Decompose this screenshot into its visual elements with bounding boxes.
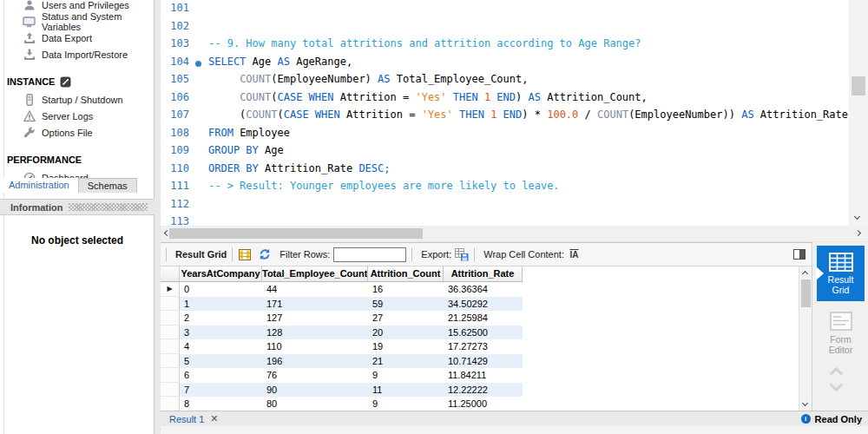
cell[interactable]: 27 bbox=[368, 311, 444, 326]
scroll-right-icon[interactable] bbox=[855, 230, 861, 236]
grid-vertical-scrollbar[interactable] bbox=[799, 266, 812, 411]
sidebar-item-label: Users and Privileges bbox=[42, 0, 129, 10]
editor-horizontal-scrollbar[interactable] bbox=[161, 226, 868, 241]
grid-columns-icon[interactable] bbox=[238, 248, 251, 261]
code-line-110[interactable]: 110ORDER BY Attrition_Rate DESC; bbox=[161, 161, 849, 179]
result-side-panel: Result Grid Form Editor bbox=[812, 242, 868, 411]
cell[interactable]: 11.25000 bbox=[444, 397, 523, 411]
editor-vertical-scrollbar[interactable] bbox=[849, 0, 868, 226]
column-header-total-employee-count[interactable]: Total_Employee_Count bbox=[262, 266, 368, 282]
cell[interactable]: 128 bbox=[262, 326, 368, 340]
column-header-attrition-rate[interactable]: Attrition_Rate bbox=[444, 266, 523, 282]
code-line-111[interactable]: 111-- > Result: Younger employees are mo… bbox=[161, 178, 849, 196]
cell[interactable]: 17.27273 bbox=[444, 339, 523, 354]
cell[interactable]: 36.36364 bbox=[444, 282, 523, 297]
cell[interactable]: 8 bbox=[180, 397, 262, 411]
code-line-105[interactable]: 105 COUNT(EmployeeNumber) AS Total_Emplo… bbox=[161, 71, 849, 89]
cell[interactable]: 4 bbox=[180, 339, 262, 354]
row-selector[interactable] bbox=[161, 326, 180, 340]
cell[interactable]: 3 bbox=[180, 326, 262, 340]
cell[interactable]: 21.25984 bbox=[444, 311, 523, 326]
cell[interactable]: 127 bbox=[262, 311, 368, 326]
sidebar-item-options-file[interactable]: Options File bbox=[0, 124, 155, 141]
cell[interactable]: 110 bbox=[262, 339, 368, 354]
cell[interactable]: 80 bbox=[262, 397, 368, 411]
row-selector[interactable] bbox=[161, 368, 180, 383]
export-recordset-icon[interactable] bbox=[455, 248, 469, 261]
code-line-107[interactable]: 107 (COUNT(CASE WHEN Attrition = 'Yes' T… bbox=[161, 107, 849, 125]
result-tab[interactable]: Result 1 bbox=[169, 414, 204, 424]
tab-administration[interactable]: Administration bbox=[0, 178, 78, 193]
row-selector[interactable] bbox=[161, 311, 180, 326]
scroll-down-icon[interactable] bbox=[802, 400, 808, 406]
cell[interactable]: 59 bbox=[368, 297, 444, 312]
form-editor-view-button[interactable]: Form Editor bbox=[817, 308, 865, 358]
panel-collapse-chevrons[interactable] bbox=[832, 369, 841, 390]
column-header-attrition-count[interactable]: Attrition_Count bbox=[368, 266, 444, 282]
cell[interactable]: 0 bbox=[180, 282, 262, 297]
line-number: 105 bbox=[161, 73, 189, 85]
sidebar-item-data-import-restore[interactable]: Data Import/Restore bbox=[0, 46, 155, 62]
code-line-101[interactable]: 101 bbox=[161, 0, 849, 18]
code-line-106[interactable]: 106 COUNT(CASE WHEN Attrition = 'Yes' TH… bbox=[161, 89, 849, 108]
cell[interactable]: 12.22222 bbox=[444, 383, 523, 398]
cell[interactable]: 11 bbox=[368, 383, 444, 398]
cell[interactable]: 34.50292 bbox=[444, 297, 523, 312]
code-line-108[interactable]: 108FROM Employee bbox=[161, 125, 849, 143]
sidebar-item-server-logs[interactable]: Server Logs bbox=[0, 108, 155, 124]
cell[interactable]: 9 bbox=[368, 368, 444, 383]
cell[interactable]: 76 bbox=[262, 368, 368, 383]
mysql-workbench-window: Users and PrivilegesStatus and System Va… bbox=[0, 0, 868, 434]
cell[interactable]: 2 bbox=[180, 311, 262, 326]
code-line-109[interactable]: 109GROUP BY Age bbox=[161, 142, 849, 161]
code-line-113[interactable]: 113 bbox=[161, 214, 849, 226]
editor-hscroll-thumb[interactable] bbox=[169, 228, 423, 239]
cell[interactable]: 90 bbox=[262, 383, 368, 398]
row-selector[interactable] bbox=[161, 397, 180, 411]
cell[interactable]: 196 bbox=[262, 354, 368, 369]
cell[interactable]: 9 bbox=[368, 397, 444, 411]
row-selector[interactable] bbox=[161, 354, 180, 369]
code-line-102[interactable]: 102 bbox=[161, 18, 849, 36]
toggle-sidebar-icon[interactable] bbox=[793, 248, 806, 261]
cell[interactable]: 15.62500 bbox=[444, 326, 523, 340]
sidebar-item-data-export[interactable]: Data Export bbox=[0, 30, 155, 46]
row-selector[interactable]: ▶ bbox=[161, 282, 180, 297]
wrap-cell-content-icon[interactable]: IA bbox=[568, 248, 581, 261]
chevron-down-icon[interactable] bbox=[830, 378, 844, 392]
row-selector[interactable] bbox=[161, 339, 180, 354]
sidebar-item-startup-shutdown[interactable]: Startup / Shutdown bbox=[0, 91, 155, 108]
row-selector[interactable] bbox=[161, 297, 180, 312]
row-selector[interactable] bbox=[161, 383, 180, 398]
sidebar-item-status-and-system-variables[interactable]: Status and System Variables bbox=[0, 13, 155, 30]
scroll-down-icon[interactable] bbox=[854, 214, 860, 220]
sql-editor[interactable]: 101102103-- 9. How many total attritions… bbox=[161, 0, 849, 226]
refresh-icon[interactable] bbox=[258, 248, 271, 261]
table-row: 41101917.27273 bbox=[161, 339, 799, 354]
close-icon[interactable]: ✕ bbox=[210, 413, 218, 424]
result-grid-view-button[interactable]: Result Grid bbox=[817, 246, 865, 301]
cell[interactable]: 10.71429 bbox=[444, 354, 523, 369]
cell[interactable]: 19 bbox=[368, 339, 444, 354]
code-line-104[interactable]: 104SELECT Age AS AgeRange, bbox=[161, 54, 849, 72]
cell[interactable]: 11.84211 bbox=[444, 368, 523, 383]
grid-vscroll-thumb[interactable] bbox=[801, 279, 811, 307]
cell[interactable]: 1 bbox=[180, 297, 262, 312]
cell[interactable]: 16 bbox=[368, 282, 444, 297]
cell[interactable]: 44 bbox=[262, 282, 368, 297]
information-section-header[interactable]: Information bbox=[0, 199, 155, 215]
code-line-103[interactable]: 103-- 9. How many total attritions and a… bbox=[161, 36, 849, 54]
cell[interactable]: 171 bbox=[262, 297, 368, 312]
code-line-112[interactable]: 112 bbox=[161, 196, 849, 214]
cell[interactable]: 7 bbox=[180, 383, 262, 398]
tab-schemas[interactable]: Schemas bbox=[78, 178, 137, 193]
cell[interactable]: 5 bbox=[180, 354, 262, 369]
cell[interactable]: 21 bbox=[368, 354, 444, 369]
column-header-yearsatcompany[interactable]: YearsAtCompany bbox=[180, 266, 262, 282]
editor-vscroll-thumb[interactable] bbox=[852, 76, 865, 95]
cell[interactable]: 6 bbox=[180, 368, 262, 383]
scroll-up-icon[interactable] bbox=[802, 271, 808, 277]
cell[interactable]: 20 bbox=[368, 326, 444, 340]
filter-rows-input[interactable] bbox=[333, 247, 406, 262]
sidebar-item-label: Options File bbox=[42, 128, 93, 138]
